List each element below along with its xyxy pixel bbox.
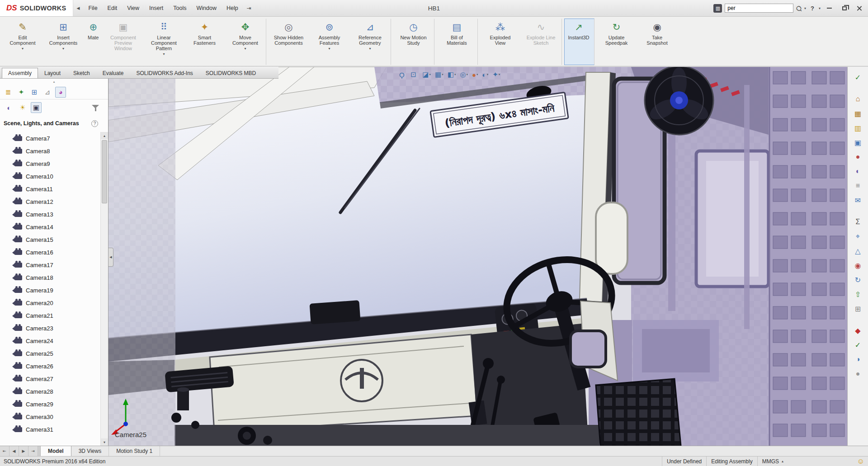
- search-input[interactable]: [725, 4, 793, 13]
- rotate-view-icon[interactable]: ↻: [852, 274, 864, 286]
- menu-item[interactable]: Window: [191, 0, 221, 16]
- move-component-button[interactable]: ✥ Move Component ▾: [225, 19, 266, 65]
- solidworks-forum-icon[interactable]: ✉: [852, 194, 864, 206]
- edit-component-button[interactable]: ✎ Edit Component ▾: [3, 19, 42, 65]
- camera-tree-item[interactable]: Camera9: [14, 157, 100, 170]
- custom-properties-icon[interactable]: ≡: [852, 180, 864, 192]
- camera-tree-item[interactable]: Camera10: [14, 170, 100, 183]
- filter-funnel-icon[interactable]: [92, 104, 99, 111]
- scene-filter-icon[interactable]: ◐: [4, 102, 14, 113]
- pack-and-go-icon[interactable]: ⇧: [852, 288, 864, 300]
- section-view-icon[interactable]: ◪ ▾: [421, 70, 432, 80]
- equations-icon[interactable]: Σ: [852, 216, 864, 228]
- camera-tree-item[interactable]: Camera24: [14, 334, 100, 347]
- zoom-fit-icon[interactable]: Ϙ ▾: [398, 70, 408, 80]
- hide-show-items-icon[interactable]: ◎ ▾: [458, 70, 469, 80]
- menu-pin-icon[interactable]: ⇥: [243, 5, 255, 11]
- panel-collapse-chevron-icon[interactable]: ▴: [0, 79, 108, 85]
- camera-tree-item[interactable]: Camera20: [14, 297, 100, 309]
- sensors-icon[interactable]: ◉: [852, 259, 864, 271]
- update-speedpak-button[interactable]: ↻ Update Speedpak ▾: [597, 19, 637, 65]
- displaymanager-tab[interactable]: ◕: [55, 87, 66, 98]
- camera-tree-item[interactable]: Camera26: [14, 360, 100, 372]
- check-active-document-icon[interactable]: ✓: [852, 339, 864, 351]
- restore-button[interactable]: [838, 4, 850, 13]
- featuremanager-tree-tab[interactable]: ≣: [3, 87, 14, 98]
- tab-solidworks-mbd[interactable]: SOLIDWORKS MBD: [199, 68, 262, 78]
- menu-item[interactable]: Edit: [103, 0, 123, 16]
- panel-help-icon[interactable]: ?: [91, 120, 98, 127]
- design-library-icon[interactable]: ▦: [852, 108, 864, 119]
- lights-filter-icon[interactable]: ☀: [17, 102, 28, 113]
- scroll-up-icon[interactable]: ▲: [101, 132, 108, 139]
- linear-component-pattern-button[interactable]: ⠿ Linear Component Pattern ▾: [144, 19, 184, 65]
- menu-item[interactable]: Tools: [168, 0, 191, 16]
- camera-tree-item[interactable]: Camera25: [14, 347, 100, 360]
- camera-tree-item[interactable]: Camera31: [14, 423, 100, 436]
- help-icon[interactable]: ?: [809, 5, 816, 12]
- camera-tree-item[interactable]: Camera17: [14, 259, 100, 271]
- search-icon[interactable]: Ϙ: [794, 4, 803, 13]
- panel-collapse-tab[interactable]: ◀: [108, 248, 113, 267]
- camera-tree-item[interactable]: Camera23: [14, 322, 100, 334]
- take-snapshot-button[interactable]: ◉ Take Snapshot ▾: [637, 19, 677, 65]
- tab-sketch[interactable]: Sketch: [67, 68, 96, 78]
- explode-line-sketch-button[interactable]: ∿ Explode Line Sketch ▾: [521, 19, 562, 65]
- minimize-button[interactable]: [823, 4, 835, 13]
- bill-of-materials-button[interactable]: ▤ Bill of Materials ▾: [437, 19, 478, 65]
- camera-tree-item[interactable]: Camera13: [14, 208, 100, 221]
- assembly-features-button[interactable]: ⊚ Assembly Features ▾: [309, 19, 349, 65]
- search-options-caret-icon[interactable]: ▾: [804, 6, 806, 10]
- propertymanager-tab[interactable]: ✦: [16, 87, 27, 98]
- scroll-down-icon[interactable]: ▼: [101, 438, 108, 446]
- doc-tab-model[interactable]: Model: [41, 446, 71, 456]
- component-preview-window-button[interactable]: ▣ Component Preview Window ▾: [103, 19, 143, 65]
- smart-fasteners-button[interactable]: ✦ Smart Fasteners ▾: [184, 19, 224, 65]
- show-hidden-components-button[interactable]: ◎ Show Hidden Components ▾: [269, 19, 308, 65]
- display-states-icon[interactable]: ◑: [852, 353, 864, 365]
- edit-appearance-icon[interactable]: ● ▾: [471, 70, 480, 80]
- solidworks-resources-icon[interactable]: ⌂: [852, 93, 864, 105]
- reference-geometry-button[interactable]: ⊿ Reference Geometry ▾: [350, 19, 391, 65]
- camera-tree-item[interactable]: Camera19: [14, 284, 100, 297]
- save-as-pdf-icon[interactable]: ◆: [852, 325, 864, 336]
- scenes-icon[interactable]: ◐: [852, 165, 864, 177]
- copy-settings-icon[interactable]: ⊞: [852, 303, 864, 315]
- menu-collapse-icon[interactable]: ◀: [73, 6, 84, 10]
- 3d-scene[interactable]: (নিরাপদ দূরত্ব) ৬x৪ মাসাং-মনি: [108, 67, 847, 446]
- camera-tree-item[interactable]: Camera11: [14, 183, 100, 195]
- view-settings-icon[interactable]: ✦ ▾: [491, 70, 501, 80]
- appearances-icon[interactable]: ●: [852, 151, 864, 163]
- menu-item[interactable]: Insert: [144, 0, 168, 16]
- cameras-filter-icon[interactable]: ▣: [31, 102, 42, 113]
- dimxpertmanager-tab[interactable]: ⊿: [42, 87, 53, 98]
- camera-tree-item[interactable]: Camera15: [14, 233, 100, 246]
- units-selector[interactable]: MMGS ▴: [762, 458, 830, 465]
- camera-tree-item[interactable]: Camera7: [14, 132, 100, 145]
- scrollbar-thumb[interactable]: [102, 140, 107, 203]
- camera-tree-item[interactable]: Camera27: [14, 372, 100, 385]
- tab-assembly[interactable]: Assembly: [2, 68, 38, 78]
- tab-layout[interactable]: Layout: [38, 68, 67, 78]
- camera-tree-item[interactable]: Camera21: [14, 309, 100, 322]
- view-palette-icon[interactable]: ▣: [852, 137, 864, 148]
- tab-scroll-first-icon[interactable]: ⇤: [0, 446, 9, 456]
- doc-tab-3d-views[interactable]: 3D Views: [71, 446, 109, 456]
- camera-tree-item[interactable]: Camera30: [14, 410, 100, 423]
- instant3d-button[interactable]: ↗ Instant3D ▾: [564, 19, 594, 65]
- tab-solidworks-add-ins[interactable]: SOLIDWORKS Add-Ins: [130, 68, 199, 78]
- tree-scrollbar[interactable]: ▲ ▼: [100, 132, 108, 446]
- close-button[interactable]: [853, 4, 865, 13]
- camera-tree-item[interactable]: Camera18: [14, 271, 100, 284]
- doc-tab-motion-study-1[interactable]: Motion Study 1: [109, 446, 160, 456]
- tab-scroll-last-icon[interactable]: ⇥: [28, 446, 38, 456]
- tab-evaluate[interactable]: Evaluate: [96, 68, 130, 78]
- camera-tree-item[interactable]: Camera29: [14, 398, 100, 410]
- insert-components-button[interactable]: ⊞ Insert Components ▾: [43, 19, 83, 65]
- menu-item[interactable]: File: [83, 0, 102, 16]
- camera-tree-item[interactable]: Camera14: [14, 221, 100, 233]
- configurationmanager-tab[interactable]: ⊞: [29, 87, 40, 98]
- camera-tree-item[interactable]: Camera28: [14, 385, 100, 398]
- design-checker-icon[interactable]: ✓: [852, 71, 864, 83]
- exploded-view-button[interactable]: ⁂ Exploded View ▾: [480, 19, 520, 65]
